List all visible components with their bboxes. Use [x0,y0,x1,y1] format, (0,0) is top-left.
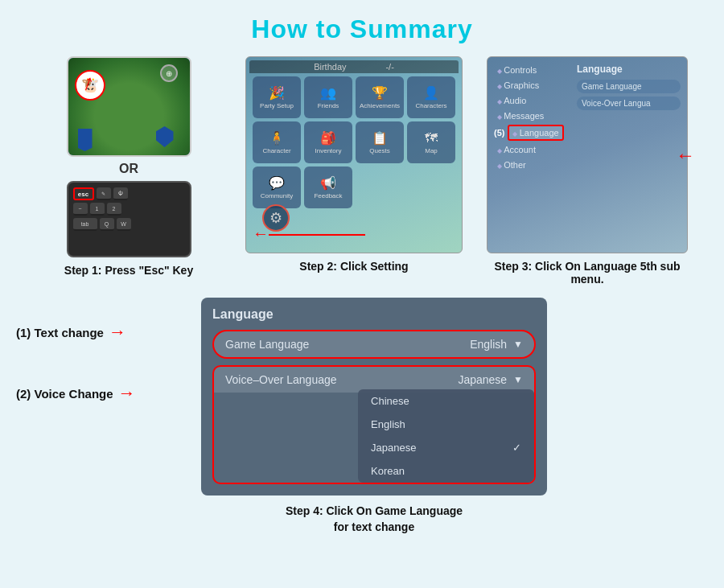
voice-language-label: Voice–Over Language [225,373,337,386]
dropdown-japanese[interactable]: Japanese [358,436,534,459]
game-lang-value-text: English [470,338,507,351]
kb-row-1: esc ✎ ⏻ [73,187,185,200]
language-panel: Language Game Language English ▼ Voice–O… [201,298,547,495]
shield-icon [156,126,174,147]
step1-label: Step 1: Press "Esc" Key [64,264,193,277]
game-language-value: English ▼ [470,338,523,351]
keyboard-box: esc ✎ ⏻ ~ 1 2 tab Q W [67,181,191,257]
compass-icon: ⊕ [160,64,178,82]
gear-icon[interactable]: ⚙ [262,204,290,232]
voice-over-btn[interactable]: Voice-Over Langua [577,97,681,110]
settings-inner: Controls Graphics Audio Messages (5) Lan… [494,64,681,246]
voice-lang-value-text: Japanese [458,373,507,386]
label-text-1: (1) Text change [16,326,104,339]
tab-key: tab [73,218,97,231]
step4-label: Step 4: Click On Game Languagefor text c… [201,504,547,535]
dropdown-chinese-label: Chinese [371,395,409,407]
key-f2: ⏻ [113,187,128,200]
step2-label: Step 2: Click Setting [299,260,408,273]
game-language-label: Game Language [225,338,309,351]
menu-item-inventory: 🎒Inventory [304,121,352,163]
key-1: 1 [90,203,105,216]
settings-controls[interactable]: Controls [494,64,570,76]
menu-sep: -/- [385,62,393,72]
esc-key: esc [73,187,94,200]
labels-col: (1) Text change → (2) Voice Change → [16,298,193,404]
step4-label-text: Step 4: Click On Game Languagefor text c… [286,504,463,533]
page-title: How to Summary [0,0,724,52]
map-icon-box: 🐮 ↑ ⊕ [67,56,191,157]
menu-title-bar: Birthday -/- [249,60,459,73]
menu-item-character: 🧍Character [253,121,301,163]
label-item-2: (2) Voice Change → [16,383,193,404]
game-lang-dropdown-arrow: ▼ [513,339,523,350]
step1-container: 🐮 ↑ ⊕ OR esc ✎ ⏻ ~ 1 2 [32,56,225,286]
settings-right: Language Game Language Voice-Over Langua [577,64,681,246]
step3-container: Controls Graphics Audio Messages (5) Lan… [483,56,692,286]
settings-audio[interactable]: Audio [494,94,570,107]
dropdown-korean[interactable]: Korean [358,459,534,483]
menu-item-party: 🎉Party Setup [253,76,301,118]
voice-lang-dropdown-arrow: ▼ [513,374,523,385]
voice-dropdown-menu: Chinese English Japanese Korean [358,389,534,483]
step2-container: Birthday -/- 🎉Party Setup 👥Friends 🏆Achi… [241,56,467,286]
menu-icons-grid: 🎉Party Setup 👥Friends 🏆Achievements 👤Cha… [249,76,459,208]
menu-item-characters: 👤Characters [407,76,455,118]
top-steps-row: 🐮 ↑ ⊕ OR esc ✎ ⏻ ~ 1 2 [0,56,724,286]
dropdown-english[interactable]: English [358,413,534,436]
settings-right-title: Language [577,64,681,75]
bottom-row: (1) Text change → (2) Voice Change → Lan… [0,298,724,535]
dropdown-english-label: English [371,418,405,430]
label-text-2: (2) Voice Change [16,387,113,401]
dropdown-japanese-label: Japanese [371,442,416,454]
settings-account[interactable]: Account [494,143,570,156]
menu-item-achievements: 🏆Achievements [356,76,404,118]
menu-item-friends: 👥Friends [304,76,352,118]
settings-graphics[interactable]: Graphics [494,79,570,92]
step3-label: Step 3: Click On Language 5th sub menu. [483,260,692,286]
step3-arrow: ← [676,144,695,167]
voice-language-section: Voice–Over Language Japanese ▼ Chinese E… [212,365,536,484]
voice-language-value: Japanese ▼ [458,373,523,386]
key-q: Q [100,218,114,231]
dropdown-chinese[interactable]: Chinese [358,389,534,413]
menu-item-feedback: 📢Feedback [304,167,352,208]
label-arrow-1: → [109,322,126,343]
dropdown-korean-label: Korean [371,465,405,477]
settings-language[interactable]: Language [508,125,563,141]
game-language-row[interactable]: Game Language English ▼ [212,330,536,359]
settings-box: Controls Graphics Audio Messages (5) Lan… [487,56,688,253]
settings-other[interactable]: Other [494,158,570,171]
game-language-btn[interactable]: Game Language [577,80,681,93]
key-f1: ✎ [97,187,111,200]
kb-row-3: tab Q W [73,218,185,231]
menu-title: Birthday [314,62,346,72]
key-2: 2 [107,203,121,216]
game-menu-box: Birthday -/- 🎉Party Setup 👥Friends 🏆Achi… [245,56,463,253]
panel-title: Language [212,307,536,322]
settings-left: Controls Graphics Audio Messages (5) Lan… [494,64,570,246]
menu-item-community: 💬Community [253,167,301,208]
step4-section: Language Game Language English ▼ Voice–O… [201,298,547,535]
kb-row-2: ~ 1 2 [73,203,185,216]
label-arrow-2: → [118,383,136,404]
bookmark-icon [78,129,93,151]
key-w: W [117,218,131,231]
step1-images: 🐮 ↑ ⊕ OR esc ✎ ⏻ ~ 1 2 [67,56,191,257]
label-item-1: (1) Text change → [16,322,193,343]
map-inner: 🐮 ↑ ⊕ [68,58,190,155]
menu-item-quests: 📋Quests [356,121,404,163]
menu-item-map: 🗺Map [407,121,455,163]
or-text: OR [119,162,138,176]
key-tilde: ~ [73,203,88,216]
settings-messages[interactable]: Messages [494,109,570,122]
